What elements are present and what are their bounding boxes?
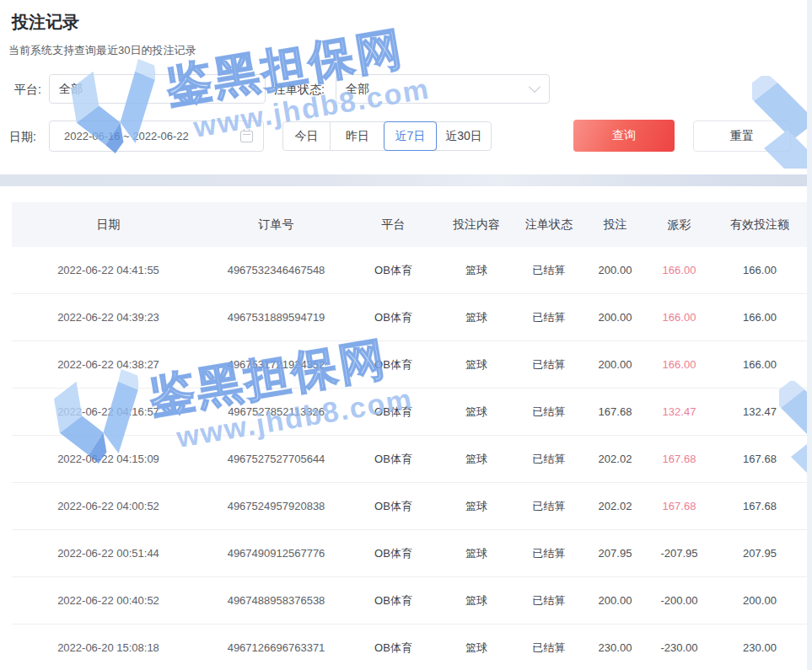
- cell-platform: OB体育: [347, 310, 439, 325]
- table-row: 2022-06-22 00:40:524967488958376538OB体育篮…: [12, 577, 807, 624]
- cell-payout: 167.68: [646, 500, 713, 512]
- cell-status: 已结算: [514, 452, 584, 467]
- cell-bet: 200.00: [584, 594, 646, 607]
- cell-platform: OB体育: [347, 452, 439, 467]
- cell-order: 4967531721924352: [205, 358, 347, 371]
- status-label: 注单状态:: [274, 83, 325, 98]
- header-order: 订单号: [205, 217, 347, 233]
- cell-bet: 202.02: [584, 453, 646, 465]
- cell-bet: 207.95: [584, 547, 646, 560]
- page-title: 投注记录: [12, 11, 79, 34]
- cell-order: 4967531889594719: [205, 311, 347, 324]
- table-body: 2022-06-22 04:41:554967532346467548OB体育篮…: [12, 247, 807, 670]
- cell-payout: 166.00: [646, 264, 713, 276]
- header-status: 注单状态: [514, 217, 584, 233]
- quick-range-30days[interactable]: 近30日: [436, 122, 491, 150]
- cell-valid: 167.68: [713, 453, 807, 465]
- cell-platform: OB体育: [347, 263, 439, 278]
- cell-date: 2022-06-22 00:40:52: [12, 594, 205, 607]
- cell-valid: 200.00: [713, 594, 807, 607]
- cell-date: 2022-06-22 04:15:09: [12, 453, 205, 465]
- cell-order: 4967126696763371: [205, 641, 347, 654]
- cell-status: 已结算: [514, 357, 584, 373]
- quick-range-today[interactable]: 今日: [283, 122, 330, 150]
- platform-select-value: 全部: [59, 82, 83, 97]
- cell-status: 已结算: [514, 310, 584, 325]
- cell-platform: OB体育: [347, 405, 439, 420]
- search-button[interactable]: 查询: [573, 120, 675, 152]
- table-row: 2022-06-22 04:41:554967532346467548OB体育篮…: [12, 247, 807, 294]
- cell-date: 2022-06-22 00:51:44: [12, 547, 205, 560]
- table-row: 2022-06-22 00:51:444967490912567776OB体育篮…: [12, 530, 807, 577]
- date-range-value: 2022-06-16 ~ 2022-06-22: [64, 130, 240, 142]
- page-subtitle: 当前系统支持查询最近30日的投注记录: [8, 43, 196, 58]
- cell-content: 篮球: [439, 546, 514, 561]
- cell-status: 已结算: [514, 405, 584, 420]
- table-row: 2022-06-22 04:16:574967527852113326OB体育篮…: [12, 389, 807, 436]
- cell-date: 2022-06-20 15:08:18: [12, 641, 205, 654]
- table-row: 2022-06-20 15:08:184967126696763371OB体育篮…: [12, 624, 807, 670]
- cell-content: 篮球: [439, 310, 514, 325]
- cell-order: 4967488958376538: [205, 594, 347, 607]
- cell-platform: OB体育: [347, 641, 439, 656]
- cell-platform: OB体育: [347, 593, 439, 608]
- cell-content: 篮球: [439, 452, 514, 467]
- cell-valid: 166.00: [713, 264, 807, 276]
- header-bet: 投注: [584, 217, 646, 233]
- cell-content: 篮球: [439, 357, 514, 373]
- calendar-icon[interactable]: [240, 131, 253, 142]
- quick-range-yesterday[interactable]: 昨日: [330, 122, 384, 150]
- cell-bet: 230.00: [584, 641, 646, 654]
- platform-select[interactable]: 全部: [49, 74, 266, 104]
- betting-records-page: 投注记录 当前系统支持查询最近30日的投注记录 平台: 全部 注单状态: 全部 …: [0, 0, 812, 670]
- date-label: 日期:: [9, 130, 36, 145]
- cell-bet: 200.00: [584, 358, 646, 371]
- chevron-down-icon[interactable]: [529, 81, 540, 93]
- cell-valid: 132.47: [713, 405, 807, 418]
- cell-valid: 167.68: [713, 500, 807, 512]
- cell-date: 2022-06-22 04:38:27: [12, 358, 205, 371]
- cell-platform: OB体育: [347, 546, 439, 561]
- cell-order: 4967527527705644: [205, 453, 347, 465]
- scrollbar-track[interactable]: [807, 0, 812, 670]
- date-range-input[interactable]: 2022-06-16 ~ 2022-06-22: [49, 121, 264, 152]
- cell-bet: 202.02: [584, 500, 646, 512]
- chevron-down-icon[interactable]: [245, 81, 256, 93]
- section-divider-band: [0, 174, 807, 186]
- table-header-row: 日期 订单号 平台 投注内容 注单状态 投注 派彩 有效投注额: [12, 202, 807, 247]
- cell-payout: -207.95: [646, 547, 713, 560]
- cell-status: 已结算: [514, 499, 584, 514]
- cell-payout: 132.47: [646, 405, 713, 418]
- platform-label: 平台:: [14, 83, 41, 98]
- cell-order: 4967524957920838: [205, 500, 347, 512]
- quick-range-group: 今日 昨日 近7日 近30日: [282, 121, 492, 151]
- cell-content: 篮球: [439, 593, 514, 608]
- cell-status: 已结算: [514, 546, 584, 561]
- reset-button[interactable]: 重置: [693, 121, 791, 152]
- header-date: 日期: [12, 217, 205, 233]
- cell-content: 篮球: [439, 263, 514, 278]
- cell-payout: -200.00: [646, 594, 713, 607]
- table-row: 2022-06-22 04:39:234967531889594719OB体育篮…: [12, 294, 807, 341]
- cell-platform: OB体育: [347, 499, 439, 514]
- table-row: 2022-06-22 04:00:524967524957920838OB体育篮…: [12, 483, 807, 530]
- cell-content: 篮球: [439, 641, 514, 656]
- cell-bet: 200.00: [584, 264, 646, 276]
- cell-payout: -230.00: [646, 641, 713, 654]
- cell-valid: 166.00: [713, 358, 807, 371]
- cell-bet: 167.68: [584, 405, 646, 418]
- cell-content: 篮球: [439, 499, 514, 514]
- cell-order: 4967532346467548: [205, 264, 347, 276]
- cell-date: 2022-06-22 04:41:55: [12, 264, 205, 276]
- status-select[interactable]: 全部: [336, 74, 550, 104]
- cell-order: 4967527852113326: [205, 405, 347, 418]
- quick-range-7days[interactable]: 近7日: [384, 121, 437, 151]
- cell-status: 已结算: [514, 593, 584, 608]
- cell-status: 已结算: [514, 263, 584, 278]
- cell-date: 2022-06-22 04:16:57: [12, 405, 205, 418]
- cell-platform: OB体育: [347, 357, 439, 373]
- cell-status: 已结算: [514, 641, 584, 656]
- table-row: 2022-06-22 04:15:094967527527705644OB体育篮…: [12, 436, 807, 483]
- header-content: 投注内容: [439, 217, 514, 233]
- cell-valid: 207.95: [713, 547, 807, 560]
